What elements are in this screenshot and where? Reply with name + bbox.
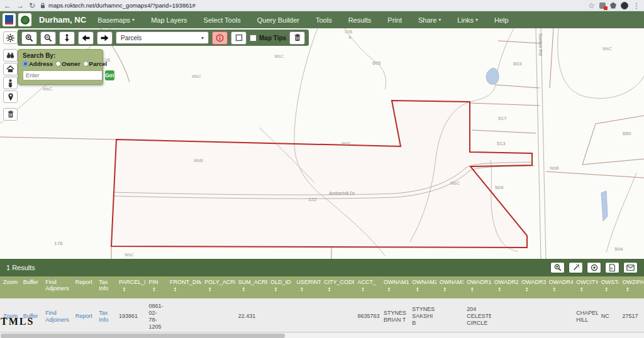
sort-icon[interactable]: ▲▼ xyxy=(123,286,143,292)
horizontal-scrollbar[interactable] xyxy=(0,332,644,338)
column-header-poly-acre[interactable]: POLY_ACRE▲▼ xyxy=(201,276,235,298)
sort-icon[interactable]: ▲▼ xyxy=(242,286,265,292)
column-header-pin[interactable]: PIN▲▼ xyxy=(145,276,167,298)
nav-item-links[interactable]: Links▾ xyxy=(457,16,478,24)
pan-button[interactable] xyxy=(59,31,75,45)
address-bar[interactable]: maps.roktech.net/durhamnc_gomaps4/?parid… xyxy=(40,2,583,9)
county-logo[interactable] xyxy=(3,13,16,26)
street-view-button[interactable] xyxy=(3,77,18,89)
column-header-owsta[interactable]: OWSTA▲▼ xyxy=(598,276,619,298)
extensions-icon[interactable] xyxy=(610,3,616,9)
sort-icon[interactable]: ▲▼ xyxy=(626,286,642,292)
sort-icon[interactable]: ▲▼ xyxy=(605,286,618,292)
column-header-ownam3[interactable]: OWNAM3▲▼ xyxy=(436,276,464,298)
search-option-owner[interactable]: Owner xyxy=(55,60,80,67)
row-action-find-adjoiners[interactable]: Find Adjoiners xyxy=(45,310,70,324)
row-action-tax-info[interactable]: Tax Info xyxy=(99,310,114,324)
browser-back-icon[interactable]: ← xyxy=(4,2,11,9)
zoom-to-results-button[interactable] xyxy=(550,262,565,273)
sort-icon[interactable]: ▲▼ xyxy=(387,286,407,292)
nav-item-help[interactable]: Help xyxy=(494,16,509,24)
row-action-zoom[interactable]: Zoom xyxy=(3,313,18,320)
column-header-owadr2[interactable]: OWADR2▲▼ xyxy=(491,276,518,298)
search-input[interactable] xyxy=(23,70,103,80)
column-header-acct[interactable]: ACCT_▲▼ xyxy=(354,276,380,298)
nav-item-select-tools[interactable]: Select Tools xyxy=(204,16,241,24)
search-option-address[interactable]: Address xyxy=(23,60,53,67)
search-option-parcel[interactable]: Parcel xyxy=(83,60,108,67)
column-header-ownam1[interactable]: OWNAM1▲▼ xyxy=(380,276,409,298)
zoom-in-button[interactable] xyxy=(21,31,37,45)
clear-selection-button[interactable] xyxy=(289,31,305,45)
browser-forward-icon[interactable]: → xyxy=(16,2,24,9)
next-extent-button[interactable] xyxy=(97,31,113,45)
sort-icon[interactable]: ▲▼ xyxy=(416,286,434,292)
search-radio-parcel[interactable] xyxy=(83,61,89,67)
settings-button[interactable] xyxy=(3,31,18,44)
nav-item-share[interactable]: Share▾ xyxy=(418,16,441,24)
previous-extent-button[interactable] xyxy=(78,31,94,45)
nav-item-map-layers[interactable]: Map Layers xyxy=(151,16,187,24)
export-results-button[interactable]: x xyxy=(605,262,619,273)
map-tips-checkbox[interactable] xyxy=(250,35,257,41)
column-header-userint[interactable]: USERINT▲▼ xyxy=(294,276,321,298)
sort-icon[interactable]: ▲▼ xyxy=(470,286,489,292)
sort-icon[interactable]: ▲▼ xyxy=(553,286,571,292)
identify-button[interactable] xyxy=(212,31,228,45)
clear-graphics-button[interactable] xyxy=(3,108,18,121)
column-header-parcel-id[interactable]: PARCEL_ID▲▼ xyxy=(116,276,145,298)
column-header-label: Find Adjoiners xyxy=(45,279,69,292)
zoom-out-button[interactable] xyxy=(40,31,56,45)
nav-item-tools[interactable]: Tools xyxy=(316,16,332,24)
layer-select[interactable]: Parcels ▾ xyxy=(116,31,209,44)
extension-badge-icon[interactable] xyxy=(599,3,606,9)
home-button[interactable] xyxy=(3,63,18,75)
row-action-buffer[interactable]: Buffer xyxy=(23,313,41,320)
sort-icon[interactable]: ▲▼ xyxy=(525,286,543,292)
rectangle-select-button[interactable] xyxy=(231,31,247,45)
browser-profile-avatar[interactable] xyxy=(621,2,628,9)
find-button[interactable] xyxy=(3,49,18,62)
column-header-owzipa[interactable]: OWZIPA▲▼ xyxy=(619,276,644,298)
column-header-old-id[interactable]: OLD_ID▲▼ xyxy=(267,276,294,298)
column-header-owadr1[interactable]: OWADR1▲▼ xyxy=(464,276,491,298)
email-results-button[interactable] xyxy=(623,262,638,273)
column-header-owadr3[interactable]: OWADR3▲▼ xyxy=(518,276,545,298)
browser-refresh-icon[interactable]: ↻ xyxy=(29,2,35,9)
search-radio-owner[interactable] xyxy=(55,61,61,67)
buffer-wizard-button[interactable] xyxy=(569,262,583,273)
column-header-sum-acre[interactable]: SUM_ACRE▲▼ xyxy=(235,276,267,298)
nav-item-results[interactable]: Results xyxy=(348,16,372,24)
nav-item-query-builder[interactable]: Query Builder xyxy=(257,16,299,24)
column-header-city-code[interactable]: CITY_CODE▲▼ xyxy=(321,276,354,298)
search-radio-address[interactable] xyxy=(23,61,28,67)
column-header-label: FRONT_DIM xyxy=(170,279,201,285)
sort-icon[interactable]: ▲▼ xyxy=(443,286,462,292)
nav-item-print[interactable]: Print xyxy=(387,16,402,24)
scrollbar-thumb[interactable] xyxy=(1,334,285,338)
column-header-ownam2[interactable]: OWNAM2▲▼ xyxy=(409,276,436,298)
location-marker-button[interactable] xyxy=(3,90,18,103)
bookmark-star-icon[interactable]: ☆ xyxy=(588,2,595,9)
select-records-button[interactable] xyxy=(587,262,601,273)
browser-menu-icon[interactable]: ⋮ xyxy=(633,2,640,9)
sort-icon[interactable]: ▲▼ xyxy=(274,286,292,292)
sort-icon[interactable]: ▲▼ xyxy=(208,286,233,292)
row-action-report[interactable]: Report xyxy=(75,313,94,320)
sort-icon[interactable]: ▲▼ xyxy=(361,286,379,292)
sort-icon[interactable]: ▲▼ xyxy=(152,286,165,292)
nav-item-basemaps[interactable]: Basemaps▾ xyxy=(97,16,135,24)
sort-icon[interactable]: ▲▼ xyxy=(301,286,319,292)
gomaps-logo[interactable] xyxy=(18,13,31,26)
column-header-front-dim[interactable]: FRONT_DIM▲▼ xyxy=(167,276,201,298)
map-tips-toggle[interactable]: Map Tips xyxy=(250,35,286,41)
sort-icon[interactable]: ▲▼ xyxy=(328,286,352,292)
go-button[interactable]: Go! xyxy=(105,70,114,80)
sort-icon[interactable]: ▲▼ xyxy=(580,286,596,292)
map-canvas[interactable]: Parcels ▾ Map Tips Search By: AddressOwn… xyxy=(0,28,644,259)
zoom-in-icon xyxy=(554,264,562,271)
sort-icon[interactable]: ▲▼ xyxy=(498,286,516,292)
sort-icon[interactable]: ▲▼ xyxy=(174,286,199,292)
column-header-owadr4[interactable]: OWADR4▲▼ xyxy=(546,276,573,298)
column-header-owcity[interactable]: OWCITY▲▼ xyxy=(573,276,598,298)
